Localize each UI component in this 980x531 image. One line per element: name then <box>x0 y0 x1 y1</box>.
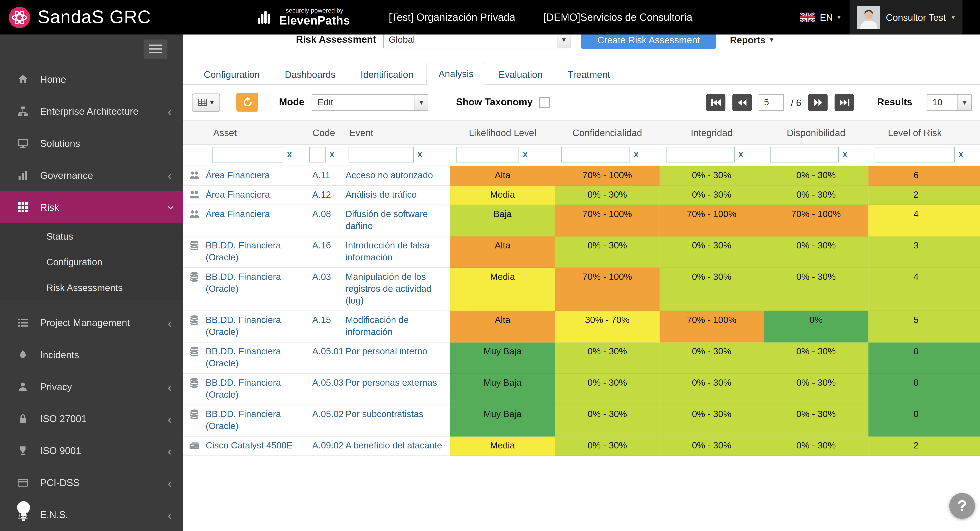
help-button[interactable]: ? <box>949 493 975 519</box>
sidebar-collapse-button[interactable] <box>144 39 167 59</box>
sidebar-item-configuration[interactable]: Configuration <box>0 249 183 275</box>
likelihood-cell[interactable]: Baja <box>450 205 555 236</box>
asset-link[interactable]: BB.DD. Financiera (Oracle) <box>205 377 302 401</box>
likelihood-cell[interactable]: Alta <box>450 311 555 342</box>
sidebar-item-pci-dss[interactable]: PCI-DSS‹ <box>0 467 183 499</box>
integridad-cell[interactable]: 0% - 30% <box>660 436 764 456</box>
likelihood-cell[interactable]: Media <box>450 268 555 311</box>
code-link[interactable]: A.09.02 <box>312 440 344 450</box>
confidencialidad-cell[interactable]: 0% - 30% <box>555 185 660 205</box>
event-link[interactable]: Acceso no autorizado <box>345 170 433 180</box>
language-selector[interactable]: EN ▾ <box>800 12 841 22</box>
filter-level-of-risk-input[interactable] <box>875 147 955 163</box>
results-per-page-select[interactable]: 10 ▼ <box>927 94 972 111</box>
likelihood-cell[interactable]: Muy Baja <box>450 373 555 405</box>
previous-page-button[interactable] <box>732 94 752 111</box>
disponibilidad-cell[interactable]: 0% - 30% <box>764 236 868 268</box>
column-header-asset[interactable]: Asset <box>183 121 306 145</box>
disponibilidad-cell[interactable]: 0% - 30% <box>764 373 868 405</box>
sidebar-item-risk-assessments[interactable]: Risk Assessments <box>0 275 183 300</box>
filter-likelihood-level-input[interactable] <box>457 147 519 163</box>
column-header-disponibilidad[interactable]: Disponibilidad <box>764 121 868 145</box>
confidencialidad-cell[interactable]: 0% - 30% <box>555 436 660 456</box>
event-link[interactable]: Por subcontratistas <box>345 409 423 419</box>
confidencialidad-cell[interactable]: 70% - 100% <box>555 166 660 185</box>
sidebar-item-home[interactable]: Home <box>0 63 183 95</box>
integridad-cell[interactable]: 70% - 100% <box>660 311 764 342</box>
integridad-cell[interactable]: 0% - 30% <box>660 405 764 436</box>
code-link[interactable]: A.03 <box>312 271 331 282</box>
asset-link[interactable]: Área Financiera <box>205 189 270 201</box>
code-link[interactable]: A.12 <box>312 190 331 199</box>
likelihood-cell[interactable]: Muy Baja <box>450 405 555 436</box>
event-link[interactable]: A beneficio del atacante <box>345 440 442 450</box>
sidebar-item-risk[interactable]: Risk‹ <box>0 191 183 223</box>
filter-integridad-input[interactable] <box>666 147 735 163</box>
tab-identification[interactable]: Identification <box>349 63 425 84</box>
event-link[interactable]: Modificación de información <box>345 315 409 337</box>
code-link[interactable]: A.15 <box>312 315 331 325</box>
code-link[interactable]: A.05.02 <box>312 409 344 419</box>
confidencialidad-cell[interactable]: 0% - 30% <box>555 236 660 268</box>
integridad-cell[interactable]: 0% - 30% <box>660 185 764 205</box>
event-link[interactable]: Análisis de tráfico <box>345 190 417 199</box>
hint-lightbulb-icon[interactable] <box>15 500 32 523</box>
filter-disponibilidad-input[interactable] <box>770 147 839 163</box>
integridad-cell[interactable]: 70% - 100% <box>660 205 764 236</box>
asset-link[interactable]: BB.DD. Financiera (Oracle) <box>205 240 302 263</box>
filter-event-input[interactable] <box>349 147 414 163</box>
likelihood-cell[interactable]: Alta <box>450 236 555 268</box>
code-link[interactable]: A.16 <box>312 240 331 250</box>
first-page-button[interactable] <box>706 94 725 111</box>
next-page-button[interactable] <box>808 94 828 111</box>
likelihood-cell[interactable]: Alta <box>450 166 555 185</box>
sidebar-item-incidents[interactable]: Incidents <box>0 339 183 371</box>
sidebar-item-iso-27001[interactable]: ISO 27001‹ <box>0 403 183 435</box>
column-picker-button[interactable]: ▾ <box>192 93 220 112</box>
event-link[interactable]: Por personas externas <box>345 378 437 387</box>
filter-confidencialidad-input[interactable] <box>561 147 630 163</box>
likelihood-cell[interactable]: Media <box>450 185 555 205</box>
confidencialidad-cell[interactable]: 0% - 30% <box>555 373 660 405</box>
sidebar-item-governance[interactable]: Governance‹ <box>0 159 183 191</box>
asset-link[interactable]: BB.DD. Financiera (Oracle) <box>205 346 302 370</box>
filter-clear-button[interactable]: x <box>738 150 743 159</box>
event-link[interactable]: Por personal interno <box>345 346 428 356</box>
code-link[interactable]: A.05.01 <box>312 346 344 356</box>
code-link[interactable]: A.08 <box>312 209 331 219</box>
column-header-code[interactable]: Code <box>306 121 342 145</box>
filter-asset-input[interactable] <box>212 147 283 163</box>
tab-analysis[interactable]: Analysis <box>426 63 485 85</box>
filter-clear-button[interactable]: x <box>287 150 292 159</box>
integridad-cell[interactable]: 0% - 30% <box>660 342 764 373</box>
mode-select[interactable]: Edit ▼ <box>312 94 428 111</box>
code-link[interactable]: A.05.03 <box>312 378 344 387</box>
sidebar-item-project-management[interactable]: Project Management‹ <box>0 307 183 339</box>
sidebar-item-privacy[interactable]: Privacy‹ <box>0 371 183 403</box>
disponibilidad-cell[interactable]: 70% - 100% <box>764 205 868 236</box>
asset-link[interactable]: BB.DD. Financiera (Oracle) <box>205 314 302 338</box>
disponibilidad-cell[interactable]: 0% - 30% <box>764 342 868 373</box>
filter-clear-button[interactable]: x <box>843 150 847 159</box>
event-link[interactable]: Introducción de falsa información <box>345 240 430 262</box>
integridad-cell[interactable]: 0% - 30% <box>660 268 764 311</box>
column-header-level-of-risk[interactable]: Level of Risk <box>869 121 980 145</box>
asset-link[interactable]: Área Financiera <box>205 169 270 182</box>
reports-menu[interactable]: Reports ▾ <box>730 34 773 45</box>
tab-evaluation[interactable]: Evaluation <box>487 63 555 84</box>
column-header-confidencialidad[interactable]: Confidencialidad <box>555 121 660 145</box>
asset-link[interactable]: Área Financiera <box>205 208 270 220</box>
last-page-button[interactable] <box>835 94 854 111</box>
user-menu[interactable]: Consultor Test ▾ <box>850 0 963 35</box>
disponibilidad-cell[interactable]: 0% - 30% <box>764 166 868 185</box>
sidebar-item-enterprise-architecture[interactable]: Enterprise Architecture‹ <box>0 95 183 127</box>
confidencialidad-cell[interactable]: 30% - 70% <box>555 311 660 342</box>
sidebar-item-solutions[interactable]: Solutions <box>0 127 183 159</box>
filter-clear-button[interactable]: x <box>330 150 334 159</box>
integridad-cell[interactable]: 0% - 30% <box>660 166 764 185</box>
confidencialidad-cell[interactable]: 70% - 100% <box>555 205 660 236</box>
asset-link[interactable]: Cisco Catalyst 4500E <box>205 440 293 451</box>
filter-clear-button[interactable]: x <box>418 150 422 159</box>
filter-code-input[interactable] <box>309 147 326 163</box>
filter-clear-button[interactable]: x <box>523 150 527 159</box>
